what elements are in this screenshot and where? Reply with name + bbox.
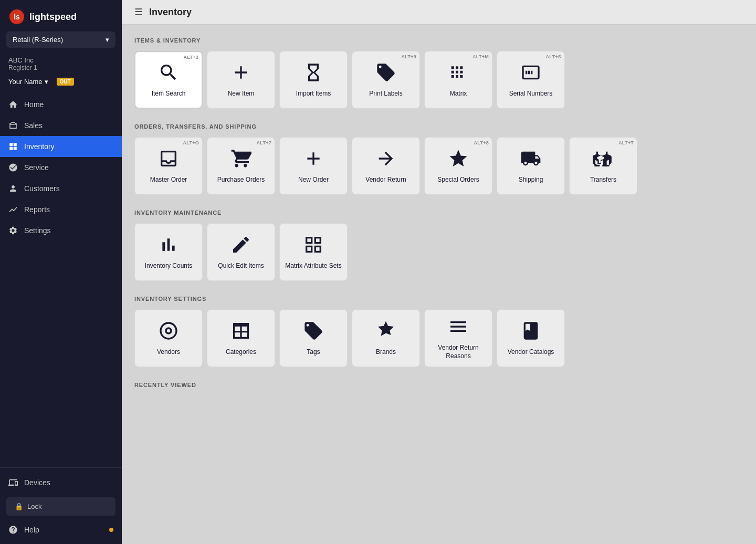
card-serial-numbers[interactable]: ALT+S Serial Numbers <box>497 51 565 109</box>
settings-icon <box>8 226 18 235</box>
help-icon <box>8 525 18 535</box>
card-import-items[interactable]: Import Items <box>279 51 348 109</box>
main-content-area: ☰ Inventory ITEMS & INVENTORY ALT+3 Item… <box>122 0 756 544</box>
section-title-recently-viewed: RECENTLY VIEWED <box>134 382 743 388</box>
sidebar-logo: ls lightspeed <box>0 0 122 32</box>
inventory-maintenance-grid: Inventory Counts Quick Edit Items Matrix… <box>134 223 743 281</box>
sidebar-item-label: Devices <box>24 478 50 487</box>
card-label: Quick Edit Items <box>215 262 267 270</box>
sidebar-item-label: Settings <box>24 226 51 235</box>
card-purchase-orders[interactable]: ALT+7 Purchase Orders <box>207 137 275 195</box>
company-name: ABC Inc <box>8 56 113 64</box>
card-label: Shipping <box>516 176 547 184</box>
sidebar: ls lightspeed Retail (R-Series) ▾ ABC In… <box>0 0 122 544</box>
card-label: Special Orders <box>434 176 482 184</box>
lock-label: Lock <box>27 503 41 510</box>
card-matrix-attribute-sets[interactable]: Matrix Attribute Sets <box>279 223 348 281</box>
card-label: New Order <box>295 176 332 184</box>
card-vendor-catalogs[interactable]: Vendor Catalogs <box>497 309 565 367</box>
card-categories[interactable]: Categories <box>207 309 275 367</box>
bar-chart-icon <box>158 234 179 258</box>
card-quick-edit-items[interactable]: Quick Edit Items <box>207 223 275 281</box>
grid-icon <box>303 234 324 258</box>
sidebar-item-home[interactable]: Home <box>0 94 122 115</box>
card-vendor-return-reasons[interactable]: Vendor Return Reasons <box>424 309 492 367</box>
sidebar-item-label: Inventory <box>24 142 55 151</box>
book-icon <box>520 320 541 344</box>
card-vendors[interactable]: Vendors <box>134 309 203 367</box>
inbox-icon <box>158 148 179 172</box>
lock-icon: 🔒 <box>15 503 23 510</box>
card-label: New Item <box>225 90 258 98</box>
user-section: Your Name ▾ OUT <box>0 74 122 92</box>
shortcut-label: ALT+M <box>472 54 489 59</box>
section-title-settings: INVENTORY SETTINGS <box>134 296 743 302</box>
card-label: Vendor Return Reasons <box>425 344 492 360</box>
card-label: Inventory Counts <box>142 262 196 270</box>
card-brands[interactable]: Brands <box>352 309 420 367</box>
sidebar-item-sales[interactable]: Sales <box>0 115 122 136</box>
sidebar-item-inventory[interactable]: Inventory <box>0 136 122 157</box>
shortcut-label: ALT+S <box>546 54 561 59</box>
sidebar-item-label: Customers <box>24 184 60 193</box>
target-icon <box>158 320 179 344</box>
store-selector[interactable]: Retail (R-Series) ▾ <box>6 32 116 48</box>
card-vendor-return[interactable]: Vendor Return <box>352 137 420 195</box>
shortcut-label: ALT+3 <box>184 55 198 60</box>
user-name[interactable]: Your Name ▾ <box>8 78 48 86</box>
main-header: ☰ Inventory <box>122 0 756 25</box>
store-selector-label: Retail (R-Series) <box>13 36 63 44</box>
card-tags[interactable]: Tags <box>279 309 348 367</box>
shortcut-label: ALT+7 <box>257 140 271 145</box>
card-transfers[interactable]: ALT+T Transfers <box>569 137 637 195</box>
card-new-item[interactable]: New Item <box>207 51 275 109</box>
star-icon <box>448 148 469 172</box>
card-label: Matrix <box>447 90 470 98</box>
card-label: Tags <box>303 348 323 357</box>
shortcut-label: ALT+T <box>618 140 634 145</box>
card-shipping[interactable]: Shipping <box>497 137 565 195</box>
card-inventory-counts[interactable]: Inventory Counts <box>134 223 203 281</box>
sidebar-item-devices[interactable]: Devices <box>0 472 122 493</box>
inventory-settings-grid: Vendors Categories Tags Brands <box>134 309 743 367</box>
card-label: Categories <box>223 348 259 357</box>
card-label: Brands <box>373 348 399 357</box>
card-special-orders[interactable]: ALT+8 Special Orders <box>424 137 492 195</box>
sidebar-item-customers[interactable]: Customers <box>0 178 122 199</box>
chevron-down-icon: ▾ <box>45 78 48 86</box>
orders-transfers-grid: ALT+O Master Order ALT+7 Purchase Orders… <box>134 137 743 195</box>
main-nav: Home Sales Inventory Service Customers <box>0 92 122 467</box>
card-label: Vendor Catalogs <box>505 348 558 357</box>
card-matrix[interactable]: ALT+M Matrix <box>424 51 492 109</box>
list-icon <box>448 316 469 340</box>
section-title-orders: ORDERS, TRANSFERS, AND SHIPPING <box>134 123 743 130</box>
sidebar-item-label: Home <box>24 100 44 109</box>
shortcut-label: ALT+9 <box>402 54 416 59</box>
card-new-order[interactable]: New Order <box>279 137 348 195</box>
help-item[interactable]: Help <box>0 520 122 540</box>
card-master-order[interactable]: ALT+O Master Order <box>134 137 203 195</box>
card-label: Item Search <box>149 90 189 98</box>
card-print-labels[interactable]: ALT+9 Print Labels <box>352 51 420 109</box>
home-icon <box>8 100 18 109</box>
sidebar-item-service[interactable]: Service <box>0 157 122 178</box>
customers-icon <box>8 184 18 193</box>
card-label: Vendor Return <box>362 176 409 184</box>
lock-button[interactable]: 🔒 Lock <box>6 497 116 516</box>
menu-icon: ☰ <box>134 6 143 18</box>
burst-icon <box>375 320 396 344</box>
shortcut-label: ALT+8 <box>474 140 489 145</box>
card-label: Serial Numbers <box>506 90 556 98</box>
binoculars-icon <box>593 148 614 172</box>
sidebar-item-settings[interactable]: Settings <box>0 220 122 241</box>
card-label: Master Order <box>147 176 191 184</box>
sidebar-item-label: Sales <box>24 121 43 130</box>
card-label: Vendors <box>154 348 183 357</box>
sidebar-item-reports[interactable]: Reports <box>0 199 122 220</box>
reports-icon <box>8 205 18 214</box>
inventory-icon <box>8 142 18 151</box>
card-label: Matrix Attribute Sets <box>282 262 344 270</box>
card-item-search[interactable]: ALT+3 Item Search <box>134 51 203 109</box>
notification-dot <box>109 528 113 532</box>
out-badge: OUT <box>57 78 74 86</box>
